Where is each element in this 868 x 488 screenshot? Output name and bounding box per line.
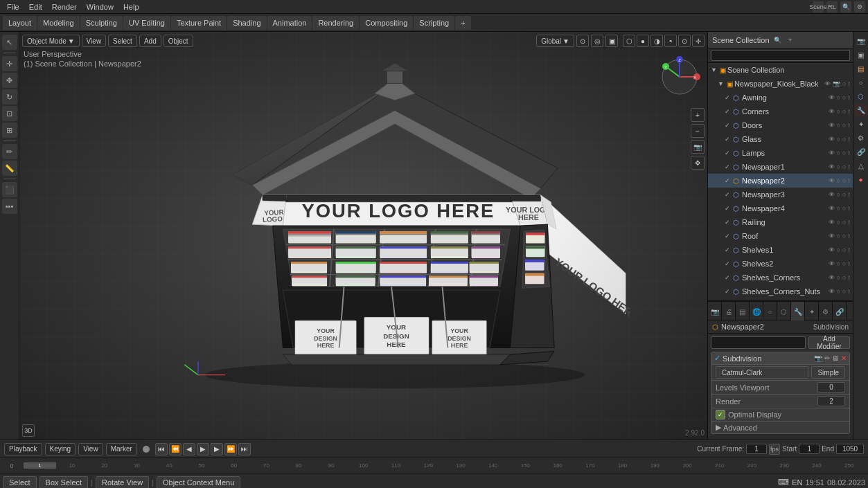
col-item-roof[interactable]: ✓ ⬡ Roof 👁 ○ ○ !	[708, 229, 853, 243]
proportional-edit-icon[interactable]: ◎	[591, 35, 603, 47]
eye-scn[interactable]: 👁	[829, 288, 835, 295]
viewport-shading-solid[interactable]: ●	[637, 35, 649, 47]
zoom-out-icon[interactable]: −	[691, 124, 705, 138]
eye-np1[interactable]: 👁	[829, 163, 835, 170]
tool-cursor[interactable]: ✛	[2, 56, 17, 71]
prev-keyframe-btn[interactable]: ⏪	[169, 443, 181, 455]
scene-search-input[interactable]	[711, 50, 850, 61]
prop-tab-render[interactable]: 📷	[708, 302, 722, 321]
prop-tab-world[interactable]: ○	[763, 302, 777, 321]
eye-np3[interactable]: 👁	[829, 191, 835, 198]
col-item-corners[interactable]: ✓ ⬡ Corners 👁 ○ ○ !	[708, 105, 853, 118]
col-item-doors[interactable]: ✓ ⬡ Doors 👁 ○ ○ !	[708, 118, 853, 132]
tab-rendering[interactable]: Rendering	[312, 16, 359, 30]
prop-tab-view-layer[interactable]: ▤	[736, 302, 750, 321]
keying-menu-btn[interactable]: Keying	[45, 443, 76, 455]
mod-cam-icon[interactable]: 📷	[814, 354, 822, 362]
mod-render-field[interactable]: 2	[817, 396, 845, 406]
tool-select[interactable]: ↖	[2, 35, 17, 50]
mod-enable-icon[interactable]: ✓	[714, 354, 720, 363]
viewport-mode-btn[interactable]: Object Mode ▼	[22, 35, 80, 47]
mod-x-icon[interactable]: ✕	[841, 354, 847, 362]
col-item-shelves-corners[interactable]: ✓ ⬡ Shelves_Corners 👁 ○ ○ !	[708, 271, 853, 284]
cam-corners[interactable]: ○	[837, 108, 840, 115]
far-mod-icon[interactable]: 🔧	[855, 104, 867, 116]
tool-more[interactable]: •••	[2, 199, 17, 214]
prop-tab-constraints[interactable]: 🔗	[833, 302, 847, 321]
tool-measure[interactable]: 📏	[2, 161, 17, 176]
eye-np2[interactable]: 👁	[829, 177, 835, 184]
mod-catmull-btn[interactable]: Catmul-Clark	[716, 366, 808, 379]
menu-edit[interactable]: Edit	[25, 0, 46, 13]
prop-tab-modifier[interactable]: 🔧	[791, 302, 805, 321]
col-item-awning[interactable]: ✓ ⬡ Awning 👁 ○ ○ !	[708, 91, 853, 105]
tab-layout[interactable]: Layout	[3, 16, 37, 30]
collection-kiosk[interactable]: ▼ ▣ Newspaper_Kiosk_Black 👁 📷 ○ !	[708, 77, 853, 91]
collection-root[interactable]: ▼ ▣ Scene Collection	[708, 63, 853, 77]
eye-np4[interactable]: 👁	[829, 205, 835, 212]
cam-icon-kiosk[interactable]: 📷	[833, 80, 840, 87]
eye-railing[interactable]: 👁	[829, 219, 835, 226]
col-item-glass[interactable]: ✓ ⬡ Glass 👁 ○ ○ !	[708, 132, 853, 146]
rotate-view-btn[interactable]: Rotate View	[96, 476, 149, 489]
prev-frame-btn[interactable]: ◀	[183, 443, 195, 455]
far-scene-icon[interactable]: 📷	[855, 35, 867, 47]
viewport-shading-wire[interactable]: ⬡	[623, 35, 635, 47]
cam-scn[interactable]: ○	[837, 288, 840, 295]
fps-icon[interactable]: fps	[769, 444, 780, 455]
tab-shading[interactable]: Shading	[227, 16, 266, 30]
far-const-icon[interactable]: 🔗	[855, 145, 867, 158]
add-collection-icon[interactable]: +	[785, 35, 796, 46]
viewport-select-btn[interactable]: Select	[108, 35, 137, 47]
filter-icon[interactable]: 🔍	[772, 35, 783, 46]
tab-uv-editing[interactable]: UV Editing	[123, 16, 170, 30]
eye-awning[interactable]: 👁	[829, 94, 835, 101]
viewport-3d-icon[interactable]: 3D	[22, 424, 35, 437]
cam-np1[interactable]: ○	[837, 163, 840, 170]
tab-compositing[interactable]: Compositing	[360, 16, 413, 30]
cam-roof[interactable]: ○	[837, 233, 840, 240]
cam-glass[interactable]: ○	[837, 136, 840, 143]
eye-glass[interactable]: 👁	[829, 136, 835, 143]
tab-modeling[interactable]: Modeling	[37, 16, 80, 30]
snap-icon[interactable]: ⊙	[576, 35, 589, 47]
col-item-shelves1[interactable]: ✓ ⬡ Shelves1 👁 ○ ○ !	[708, 243, 853, 257]
next-frame-btn[interactable]: ▶	[211, 443, 223, 455]
col-item-railing[interactable]: ✓ ⬡ Railing 👁 ○ ○ !	[708, 215, 853, 229]
playback-menu-btn[interactable]: Playback	[4, 443, 42, 455]
next-keyframe-btn[interactable]: ⏩	[224, 443, 237, 455]
mod-advanced-row[interactable]: ▶ Advanced	[711, 421, 849, 433]
tab-add[interactable]: +	[455, 16, 470, 30]
end-frame-field[interactable]	[836, 444, 864, 454]
scene-selector[interactable]: Scene	[813, 1, 824, 12]
cam-s1[interactable]: ○	[837, 246, 840, 253]
prop-tab-scene[interactable]: 🌐	[750, 302, 763, 321]
menu-help[interactable]: Help	[119, 0, 143, 13]
viewport-overlay-btn[interactable]: ⊙	[678, 35, 691, 47]
far-world-icon[interactable]: ○	[855, 76, 867, 89]
eye-roof[interactable]: 👁	[829, 233, 835, 240]
current-frame-field[interactable]	[746, 444, 767, 454]
far-phys-icon[interactable]: ⚙	[855, 132, 867, 144]
eye-s1[interactable]: 👁	[829, 246, 835, 253]
prop-tab-physics[interactable]: ⚙	[819, 302, 833, 321]
menu-window[interactable]: Window	[82, 0, 118, 13]
menu-file[interactable]: File	[3, 0, 24, 13]
far-obj-icon[interactable]: ⬡	[855, 90, 867, 102]
select-mode-btn[interactable]: Select	[3, 476, 37, 489]
tool-add-cube[interactable]: ⬛	[2, 182, 17, 197]
cam-sc[interactable]: ○	[837, 274, 840, 281]
cam-doors[interactable]: ○	[837, 122, 840, 129]
move-view-icon[interactable]: ✥	[691, 156, 705, 170]
col-item-newspaper2[interactable]: ✓ ⬡ Newspaper2 👁 ○ ○ !	[708, 174, 853, 188]
box-select-btn[interactable]: Box Select	[39, 476, 89, 489]
prop-tab-output[interactable]: 🖨	[722, 302, 736, 321]
eye-lamps[interactable]: 👁	[829, 150, 835, 156]
view-menu-btn[interactable]: View	[78, 443, 103, 455]
camera-view-icon[interactable]: 📷	[691, 140, 705, 154]
prop-tab-particles[interactable]: ✦	[805, 302, 819, 321]
context-menu-btn[interactable]: Object Context Menu	[157, 476, 240, 489]
jump-start-btn[interactable]: ⏮	[155, 443, 168, 455]
far-particles-icon[interactable]: ✦	[855, 118, 867, 130]
cam-railing[interactable]: ○	[837, 219, 840, 226]
